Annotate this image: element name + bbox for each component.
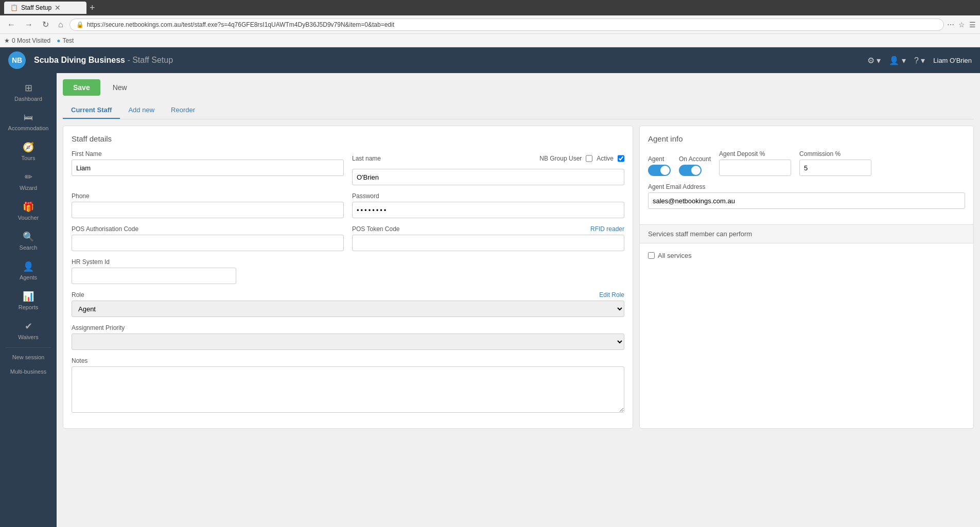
- browser-tab[interactable]: 📋 Staff Setup ✕: [4, 2, 86, 14]
- all-services-checkbox[interactable]: [648, 252, 655, 259]
- commission-input[interactable]: [799, 160, 871, 176]
- app-title: Scuba Diving Business - Staff Setup: [34, 56, 859, 65]
- multi-business-label: Multi-business: [10, 368, 46, 375]
- sidebar-label-search: Search: [20, 244, 38, 251]
- edit-role-link[interactable]: Edit Role: [599, 291, 624, 298]
- home-button[interactable]: ⌂: [55, 18, 66, 31]
- last-name-header: Last name NB Group User Active: [352, 150, 624, 167]
- agent-toggle-slider: [648, 165, 671, 176]
- role-group: Role Edit Role Agent Admin Staff Manager: [72, 291, 624, 317]
- most-visited-icon: ★: [4, 37, 10, 44]
- help-icon[interactable]: ? ▾: [914, 56, 925, 65]
- password-label: Password: [352, 192, 624, 200]
- most-visited-label: 0 Most Visited: [12, 37, 50, 44]
- tab-title: Staff Setup: [21, 4, 51, 11]
- new-tab-button[interactable]: +: [90, 3, 95, 13]
- pos-row: POS Authorisation Code POS Token Code RF…: [72, 225, 624, 251]
- sidebar-item-new-session[interactable]: New session: [0, 350, 57, 364]
- active-checkbox[interactable]: [618, 150, 624, 167]
- hr-row: HR System Id: [72, 258, 624, 284]
- all-services-label[interactable]: All services: [648, 252, 965, 259]
- menu-icon[interactable]: ☰: [969, 21, 976, 29]
- forward-button[interactable]: →: [22, 18, 36, 31]
- sidebar-item-waivers[interactable]: ✔ Waivers: [0, 315, 57, 345]
- tours-icon: 🧭: [23, 142, 34, 153]
- sidebar-label-wizard: Wizard: [20, 185, 37, 191]
- main-layout: ⊞ Dashboard 🛏 Accommodation 🧭 Tours ✏ Wi…: [0, 73, 980, 527]
- sidebar-item-search[interactable]: 🔍 Search: [0, 226, 57, 256]
- staff-details-card: Staff details First Name Last name NB Gr…: [63, 126, 633, 429]
- pos-auth-input[interactable]: [72, 235, 344, 251]
- first-name-group: First Name: [72, 150, 344, 185]
- agent-email-input[interactable]: [648, 192, 965, 209]
- role-label: Role: [72, 291, 84, 298]
- title-separator: -: [127, 56, 132, 64]
- hr-system-label: HR System Id: [72, 258, 236, 266]
- on-account-toggle-group: On Account: [679, 155, 711, 176]
- browser-chrome: 📋 Staff Setup ✕ +: [0, 0, 980, 15]
- bookmark-most-visited[interactable]: ★ 0 Most Visited: [4, 37, 50, 44]
- last-name-group: Last name NB Group User Active: [352, 150, 624, 185]
- pos-auth-label: POS Authorisation Code: [72, 225, 344, 233]
- sidebar-label-agents: Agents: [20, 274, 37, 280]
- pos-token-input[interactable]: [352, 235, 624, 251]
- new-button[interactable]: New: [104, 79, 135, 96]
- rfid-reader-link[interactable]: RFID reader: [590, 225, 624, 233]
- nb-group-user-checkbox[interactable]: [586, 150, 592, 167]
- sidebar-separator: [6, 347, 51, 348]
- role-select[interactable]: Agent Admin Staff Manager: [72, 301, 624, 317]
- last-name-label: Last name: [352, 155, 381, 162]
- dashboard-icon: ⊞: [25, 82, 32, 94]
- tab-add-new[interactable]: Add new: [120, 102, 163, 119]
- bookmark-test[interactable]: ● Test: [57, 37, 74, 44]
- on-account-label: On Account: [679, 155, 711, 163]
- sidebar-item-voucher[interactable]: 🎁 Voucher: [0, 196, 57, 226]
- save-button[interactable]: Save: [63, 79, 100, 96]
- notes-textarea[interactable]: [72, 366, 624, 413]
- agent-toggle-group: Agent: [648, 155, 671, 176]
- first-name-label: First Name: [72, 150, 344, 157]
- sidebar-item-agents[interactable]: 👤 Agents: [0, 256, 57, 286]
- sidebar-item-multi-business[interactable]: Multi-business: [0, 364, 57, 379]
- agent-email-label: Agent Email Address: [648, 183, 965, 190]
- tab-reorder[interactable]: Reorder: [163, 102, 203, 119]
- top-nav-icons: ⚙ ▾ 👤 ▾ ? ▾ Liam O'Brien: [867, 56, 972, 65]
- password-input[interactable]: [352, 202, 624, 218]
- on-account-toggle-slider: [679, 165, 702, 176]
- assignment-select[interactable]: [72, 333, 624, 350]
- sidebar-item-dashboard[interactable]: ⊞ Dashboard: [0, 77, 57, 107]
- first-name-input[interactable]: [72, 160, 344, 176]
- back-button[interactable]: ←: [4, 18, 19, 31]
- assignment-label: Assignment Priority: [72, 324, 624, 331]
- content-area: Save New Current Staff Add new Reorder: [57, 73, 980, 527]
- sidebar-label-voucher: Voucher: [18, 215, 39, 221]
- sidebar-item-accommodation[interactable]: 🛏 Accommodation: [0, 107, 57, 136]
- user-nav-icon[interactable]: 👤 ▾: [889, 56, 905, 65]
- agent-info-title: Agent info: [648, 134, 965, 143]
- hr-system-input[interactable]: [72, 268, 236, 284]
- tab-current-staff[interactable]: Current Staff: [63, 102, 120, 119]
- staff-details-title: Staff details: [72, 134, 624, 143]
- app-container: NB Scuba Diving Business - Staff Setup ⚙…: [0, 47, 980, 527]
- phone-input[interactable]: [72, 202, 344, 218]
- settings-icon[interactable]: ⚙ ▾: [867, 56, 881, 65]
- search-icon: 🔍: [23, 231, 34, 242]
- sidebar-item-wizard[interactable]: ✏ Wizard: [0, 166, 57, 196]
- last-name-input[interactable]: [352, 169, 624, 185]
- tab-close-button[interactable]: ✕: [55, 4, 61, 12]
- sidebar-item-reports[interactable]: 📊 Reports: [0, 286, 57, 315]
- on-account-toggle[interactable]: [679, 165, 702, 176]
- bookmark-icon[interactable]: ☆: [958, 21, 965, 29]
- agent-toggle[interactable]: [648, 165, 671, 176]
- address-bar[interactable]: 🔒 https://secure.netbookings.com.au/test…: [69, 19, 944, 31]
- refresh-button[interactable]: ↻: [39, 17, 52, 31]
- commission-group: Commission %: [799, 150, 871, 176]
- agent-info-card: Agent info Agent: [639, 126, 974, 429]
- browser-toolbar-icons: ⋯ ☆ ☰: [947, 21, 976, 29]
- notes-row: Notes: [72, 357, 624, 413]
- agent-email-group: Agent Email Address: [648, 183, 965, 209]
- waivers-icon: ✔: [25, 321, 32, 332]
- sidebar-item-tours[interactable]: 🧭 Tours: [0, 136, 57, 166]
- extensions-icon[interactable]: ⋯: [947, 21, 954, 29]
- sidebar-label-dashboard: Dashboard: [14, 96, 42, 102]
